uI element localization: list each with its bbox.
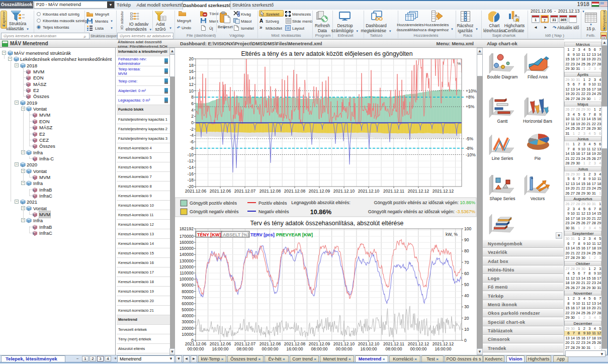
svg-text:16:00:00: 16:00:00 bbox=[212, 346, 228, 351]
svg-text:%: % bbox=[457, 61, 461, 66]
svg-text:10: 10 bbox=[464, 327, 469, 332]
svg-text:16:00:00: 16:00:00 bbox=[360, 346, 377, 351]
svg-text:PREVYEAR [KW]: PREVYEAR [KW] bbox=[276, 232, 313, 237]
svg-text:Göngyölt pozitív eltérés: Göngyölt pozitív eltérés bbox=[190, 201, 237, 206]
svg-text:2021.12.08: 2021.12.08 bbox=[284, 189, 306, 194]
svg-text:Göngyölt pozitív eltérés az id: Göngyölt pozitív eltérés az időszak végé… bbox=[374, 200, 475, 205]
svg-text:0: 0 bbox=[464, 338, 467, 343]
svg-text:120000: 120000 bbox=[180, 264, 194, 269]
svg-text:2021.12.08: 2021.12.08 bbox=[259, 189, 281, 194]
svg-text:2021.12.06: 2021.12.06 bbox=[185, 189, 207, 194]
svg-text:-5%: -5% bbox=[466, 136, 474, 141]
svg-text:80: 80 bbox=[464, 248, 469, 253]
svg-text:Legnagyobb abszolút eltérés:: Legnagyobb abszolút eltérés: bbox=[291, 200, 351, 205]
svg-text:16: 16 bbox=[189, 69, 194, 74]
svg-text:50000: 50000 bbox=[182, 307, 194, 312]
svg-text:2021.12.06: 2021.12.06 bbox=[210, 341, 231, 346]
svg-text:170000: 170000 bbox=[180, 234, 194, 239]
svg-text:-4: -4 bbox=[190, 133, 194, 138]
svg-text:-12: -12 bbox=[188, 158, 194, 163]
svg-text:Pozitív eltérés: Pozitív eltérés bbox=[258, 201, 287, 206]
svg-text:08:00:00: 08:00:00 bbox=[311, 346, 327, 351]
svg-text:160000: 160000 bbox=[180, 240, 194, 245]
svg-text:2021.12.07: 2021.12.07 bbox=[234, 189, 256, 194]
svg-text:-10%: -10% bbox=[466, 152, 476, 157]
svg-text:-10: -10 bbox=[188, 152, 194, 157]
svg-text:-6: -6 bbox=[190, 139, 194, 144]
svg-text:16:00:00: 16:00:00 bbox=[286, 346, 303, 351]
svg-text:-14: -14 bbox=[188, 165, 194, 170]
svg-text:+5%: +5% bbox=[466, 104, 475, 109]
svg-text:100: 100 bbox=[464, 226, 471, 231]
svg-text:10: 10 bbox=[189, 88, 194, 94]
svg-text:70000: 70000 bbox=[182, 295, 194, 300]
svg-text:00:00:00: 00:00:00 bbox=[410, 346, 426, 351]
svg-text:2021.12.08: 2021.12.08 bbox=[259, 341, 281, 346]
svg-text:-18: -18 bbox=[188, 177, 194, 183]
svg-text:2021.12.09: 2021.12.09 bbox=[309, 189, 330, 194]
svg-text:-8: -8 bbox=[190, 146, 194, 151]
svg-text:110000: 110000 bbox=[180, 270, 194, 276]
svg-text:2: 2 bbox=[191, 114, 194, 119]
svg-text:50: 50 bbox=[464, 282, 469, 287]
svg-text:-16: -16 bbox=[188, 171, 194, 176]
svg-text:2021.12.12: 2021.12.12 bbox=[432, 189, 454, 194]
svg-text:08:00:00: 08:00:00 bbox=[385, 346, 402, 351]
svg-text:2021.12.11: 2021.12.11 bbox=[383, 189, 404, 194]
svg-text:30: 30 bbox=[464, 304, 469, 309]
svg-text:10.86%: 10.86% bbox=[310, 209, 331, 216]
svg-text:16:00:00: 16:00:00 bbox=[435, 346, 451, 351]
svg-text:80000: 80000 bbox=[182, 289, 194, 294]
svg-text:+10%: +10% bbox=[466, 88, 477, 94]
svg-text:-8%: -8% bbox=[466, 146, 474, 151]
svg-text:Eltérés a tény és a terv adato: Eltérés a tény és a terv adatok között e… bbox=[241, 50, 412, 57]
svg-text:150000: 150000 bbox=[180, 246, 194, 251]
svg-text:12: 12 bbox=[189, 82, 194, 87]
svg-text:40: 40 bbox=[464, 293, 469, 298]
svg-text:2021.12.12: 2021.12.12 bbox=[408, 189, 429, 194]
svg-text:00:00:00: 00:00:00 bbox=[262, 346, 278, 351]
svg-text:140000: 140000 bbox=[180, 252, 194, 257]
svg-text:-2: -2 bbox=[190, 127, 194, 132]
svg-text:2021.12.12: 2021.12.12 bbox=[432, 341, 454, 346]
svg-text:40000: 40000 bbox=[182, 313, 194, 318]
svg-text:00:00:00: 00:00:00 bbox=[187, 346, 204, 351]
svg-text:2021.12.12: 2021.12.12 bbox=[408, 341, 429, 346]
svg-text:90: 90 bbox=[464, 237, 469, 242]
svg-text:0: 0 bbox=[191, 120, 194, 125]
svg-text:TERV [pcs]: TERV [pcs] bbox=[250, 232, 275, 237]
svg-text:08:00:00: 08:00:00 bbox=[236, 346, 253, 351]
svg-text:4: 4 bbox=[191, 108, 194, 113]
svg-text:20000: 20000 bbox=[182, 326, 194, 331]
svg-text:30000: 30000 bbox=[182, 319, 194, 324]
svg-text:Göngyölt negatív eltérés: Göngyölt negatív eltérés bbox=[190, 209, 239, 214]
svg-text:Negatív eltérés: Negatív eltérés bbox=[258, 209, 289, 214]
svg-text:60000: 60000 bbox=[182, 301, 194, 306]
svg-text:00:00:00: 00:00:00 bbox=[335, 346, 352, 351]
svg-text:TÉNY [KW]: TÉNY [KW] bbox=[197, 232, 221, 237]
svg-text:18: 18 bbox=[189, 63, 194, 68]
svg-text:2021.12.06: 2021.12.06 bbox=[185, 341, 207, 346]
svg-text:2021.12.10: 2021.12.10 bbox=[358, 189, 380, 194]
svg-text:10000: 10000 bbox=[182, 332, 194, 337]
svg-text:20: 20 bbox=[464, 316, 469, 321]
svg-text:ABSELT [%]: ABSELT [%] bbox=[223, 232, 249, 237]
svg-text:Göngyölt negatív eltérés az id: Göngyölt negatív eltérés az időszak végé… bbox=[368, 209, 475, 214]
svg-text:100000: 100000 bbox=[180, 277, 194, 282]
svg-text:2021.12.10: 2021.12.10 bbox=[358, 341, 380, 346]
svg-text:130000: 130000 bbox=[180, 258, 194, 263]
svg-text:+8%: +8% bbox=[466, 95, 475, 100]
svg-text:2021.12.10: 2021.12.10 bbox=[333, 341, 355, 346]
svg-text:60: 60 bbox=[464, 271, 469, 276]
svg-text:2021.12.06: 2021.12.06 bbox=[210, 189, 231, 194]
svg-text:90000: 90000 bbox=[182, 283, 194, 288]
svg-text:2021.12.11: 2021.12.11 bbox=[383, 341, 404, 346]
svg-text:2021.12.10: 2021.12.10 bbox=[333, 189, 355, 194]
svg-text:8: 8 bbox=[191, 95, 194, 100]
svg-text:kW, %: kW, % bbox=[446, 232, 458, 237]
svg-text:Terv és tény adatok összehason: Terv és tény adatok összehasonlítása, ab… bbox=[250, 220, 404, 227]
svg-text:14: 14 bbox=[189, 75, 194, 80]
svg-text:70: 70 bbox=[464, 260, 469, 265]
svg-text:2021.12.07: 2021.12.07 bbox=[234, 341, 256, 346]
svg-text:2021.12.09: 2021.12.09 bbox=[309, 341, 330, 346]
